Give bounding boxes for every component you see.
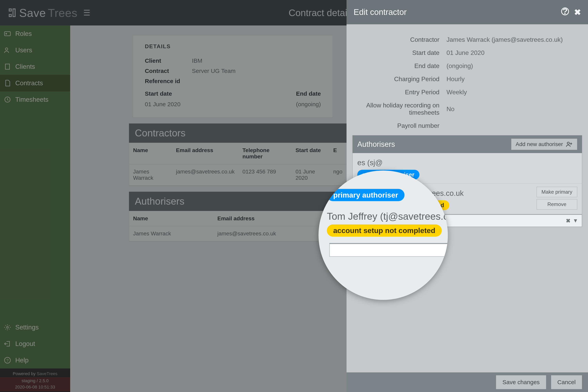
panel-footer: Save changes Cancel bbox=[346, 372, 588, 392]
sidebar: Roles Users Clients Contracts Timesheets… bbox=[0, 26, 70, 392]
sidebar-item-timesheets[interactable]: Timesheets bbox=[0, 91, 70, 108]
close-icon[interactable]: ✖ bbox=[574, 8, 581, 17]
svg-text:?: ? bbox=[6, 358, 8, 362]
add-authoriser-button[interactable]: Add new authoriser bbox=[511, 138, 577, 150]
authorisers-box-title: Authorisers bbox=[357, 140, 395, 148]
sidebar-item-roles[interactable]: Roles bbox=[0, 26, 70, 42]
id-card-icon bbox=[4, 30, 11, 37]
sidebar-item-logout[interactable]: Logout bbox=[0, 336, 70, 352]
authorisers-heading: Authorisers bbox=[129, 192, 346, 211]
users-icon bbox=[4, 47, 11, 54]
sidebar-item-label: Users bbox=[15, 46, 32, 54]
gear-icon bbox=[4, 324, 11, 331]
svg-rect-0 bbox=[4, 32, 10, 36]
contractors-section: Contractors Name Email address Telephone… bbox=[129, 124, 346, 186]
page-title: Contract detail bbox=[90, 8, 360, 18]
primary-authoriser-badge: primary authoriser bbox=[327, 189, 404, 201]
authoriser-name: Tom Jeffrey (tj@savetrees.co.uk bbox=[327, 211, 448, 222]
help-icon: ? bbox=[4, 357, 11, 364]
magnifier-overlay: x primary authoriser Tom Jeffrey (tj@sav… bbox=[318, 170, 448, 300]
app-logo: SaveTrees bbox=[7, 6, 78, 20]
sidebar-item-label: Settings bbox=[15, 324, 38, 331]
sidebar-item-contracts[interactable]: Contracts bbox=[0, 75, 70, 91]
file-icon bbox=[4, 80, 11, 87]
logo-icon bbox=[7, 8, 17, 18]
clock-user-icon bbox=[4, 96, 11, 103]
svg-point-2 bbox=[6, 48, 8, 50]
svg-rect-3 bbox=[6, 64, 10, 70]
details-panel: DETAILS ClientIBM ContractServer UG Team… bbox=[133, 35, 333, 118]
svg-point-5 bbox=[7, 326, 8, 328]
add-person-icon bbox=[566, 142, 573, 147]
clear-icon[interactable]: ✖ bbox=[566, 218, 570, 224]
sidebar-footer: Powered by SaveTrees staging / 2.5.0 202… bbox=[0, 368, 70, 392]
sidebar-item-label: Contracts bbox=[15, 80, 43, 87]
svg-point-1 bbox=[6, 33, 7, 34]
table-row[interactable]: James Warrack james@savetrees.co.uk bbox=[129, 226, 346, 241]
sidebar-item-label: Logout bbox=[15, 340, 35, 348]
sidebar-item-clients[interactable]: Clients bbox=[0, 58, 70, 75]
svg-point-8 bbox=[567, 142, 570, 144]
table-row[interactable]: James Warrack james@savetrees.co.uk 0123… bbox=[129, 164, 346, 186]
cancel-button[interactable]: Cancel bbox=[551, 375, 582, 389]
sidebar-item-label: Clients bbox=[15, 63, 35, 70]
authoriser-search-input[interactable] bbox=[329, 243, 448, 257]
make-primary-button[interactable]: Make primary bbox=[537, 187, 577, 197]
sidebar-item-label: Timesheets bbox=[15, 96, 48, 103]
remove-button[interactable]: Remove bbox=[537, 199, 577, 210]
sidebar-item-help[interactable]: ? Help bbox=[0, 352, 70, 368]
account-setup-badge: account setup not completed bbox=[327, 224, 442, 237]
panel-header: Edit contractor ? ✖ bbox=[346, 0, 588, 24]
logout-icon bbox=[4, 340, 11, 347]
sidebar-item-settings[interactable]: Settings bbox=[0, 319, 70, 336]
help-icon[interactable]: ? bbox=[561, 8, 569, 15]
sidebar-item-label: Help bbox=[15, 356, 28, 364]
authorisers-section: Authorisers Name Email address James War… bbox=[129, 192, 346, 242]
save-button[interactable]: Save changes bbox=[496, 375, 546, 389]
contractors-heading: Contractors bbox=[129, 124, 346, 143]
hamburger-icon[interactable]: ☰ bbox=[83, 8, 90, 17]
chevron-down-icon[interactable]: ▼ bbox=[573, 218, 578, 224]
sidebar-item-users[interactable]: Users bbox=[0, 42, 70, 58]
building-icon bbox=[4, 63, 11, 70]
details-heading: DETAILS bbox=[145, 43, 321, 50]
sidebar-item-label: Roles bbox=[15, 30, 32, 38]
